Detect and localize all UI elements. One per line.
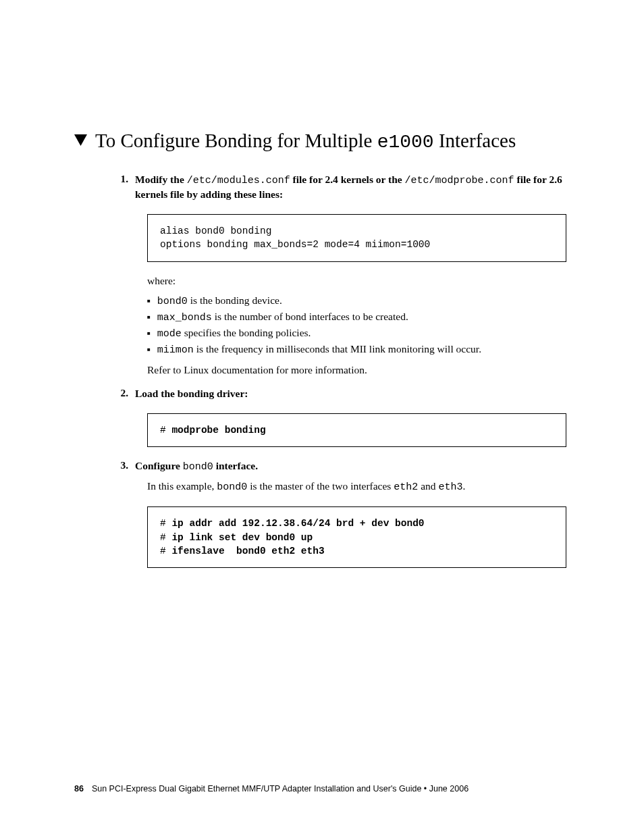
step-number: 2.: [74, 387, 135, 401]
t: eth3: [438, 481, 462, 493]
footer-title: Sun PCI-Express Dual Gigabit Ethernet MM…: [92, 784, 468, 793]
prompt: #: [160, 425, 171, 436]
t: .: [462, 480, 465, 492]
t: /etc/modules.conf: [187, 175, 290, 186]
code-block-2: # modprobe bonding: [147, 413, 566, 447]
heading-text: To Configure Bonding for Multiple e1000 …: [95, 128, 516, 154]
command: ip addr add 192.12.38.64/24 brd + dev bo…: [171, 518, 424, 529]
heading-mono: e1000: [377, 132, 434, 153]
section-heading: To Configure Bonding for Multiple e1000 …: [74, 128, 566, 154]
step-1: 1. Modify the /etc/modules.conf file for…: [74, 173, 566, 202]
bullet-text: is the number of bond interfaces to be c…: [212, 311, 408, 322]
bullet-text: is the bonding device.: [188, 294, 282, 306]
page-footer: 86Sun PCI-Express Dual Gigabit Ethernet …: [74, 784, 468, 793]
bullet-text: specifies the bonding policies.: [182, 327, 311, 338]
command: modprobe bonding: [171, 425, 265, 436]
command: ip link set dev bond0 up: [171, 532, 313, 543]
page-number: 86: [74, 784, 84, 793]
list-item: max_bonds is the number of bond interfac…: [147, 310, 566, 325]
step-text: Modify the /etc/modules.conf file for 2.…: [135, 173, 566, 202]
bullet-list: bond0 is the bonding device. max_bonds i…: [147, 294, 566, 358]
t: In this example,: [147, 480, 217, 492]
list-item: bond0 is the bonding device.: [147, 294, 566, 309]
where-label: where:: [147, 274, 566, 288]
t: interface.: [213, 460, 258, 471]
step-number: 3.: [74, 459, 135, 474]
step-3: 3. Configure bond0 interface.: [74, 459, 566, 474]
code-block-3: # ip addr add 192.12.38.64/24 brd + dev …: [147, 506, 566, 568]
refer-text: Refer to Linux documentation for more in…: [147, 363, 566, 377]
bullet-mono: max_bonds: [157, 312, 212, 323]
bullet-mono: mode: [157, 328, 182, 340]
list-item: miimon is the frequency in milliseconds …: [147, 342, 566, 357]
step-2: 2. Load the bonding driver:: [74, 387, 566, 401]
t: file for 2.4 kernels or the: [290, 174, 405, 185]
t: Modify the: [135, 174, 187, 185]
t: Configure: [135, 460, 183, 471]
svg-marker-0: [74, 134, 87, 146]
t: bond0: [217, 481, 247, 493]
prompt: #: [160, 518, 171, 529]
t: is the master of the two interfaces: [247, 480, 394, 492]
prompt: #: [160, 532, 171, 543]
heading-post: Interfaces: [434, 130, 516, 151]
step-text: Load the bonding driver:: [135, 387, 566, 401]
example-text: In this example, bond0 is the master of …: [147, 479, 566, 494]
step-text: Configure bond0 interface.: [135, 459, 566, 474]
t: bond0: [183, 461, 213, 473]
command: ifenslave bond0 eth2 eth3: [171, 546, 324, 556]
t: Load the bonding driver:: [135, 388, 248, 399]
triangle-down-icon: [74, 134, 87, 149]
step-number: 1.: [74, 173, 135, 202]
code-block-1: alias bond0 bonding options bonding max_…: [147, 214, 566, 262]
t: eth2: [394, 481, 418, 493]
t: /etc/modprobe.conf: [405, 175, 514, 186]
heading-pre: To Configure Bonding for Multiple: [95, 130, 377, 151]
prompt: #: [160, 546, 171, 556]
bullet-mono: miimon: [157, 344, 194, 356]
bullet-text: is the frequency in milliseconds that MI…: [194, 343, 481, 355]
t: and: [418, 480, 438, 492]
bullet-mono: bond0: [157, 296, 188, 307]
list-item: mode specifies the bonding policies.: [147, 326, 566, 341]
